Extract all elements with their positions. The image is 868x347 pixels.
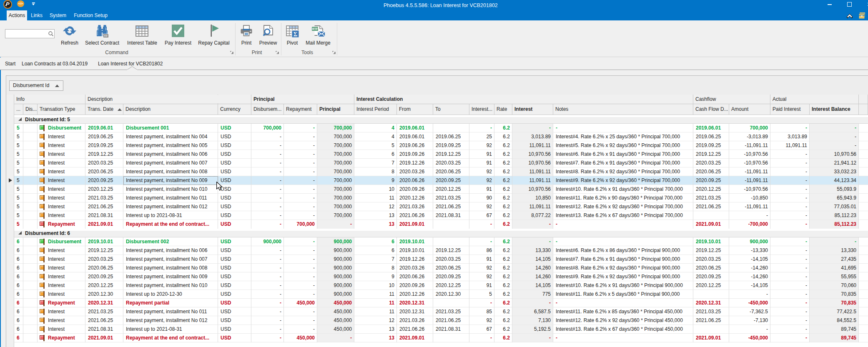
- svg-text:Σ: Σ: [294, 31, 297, 37]
- svg-text:RTF: RTF: [312, 27, 318, 30]
